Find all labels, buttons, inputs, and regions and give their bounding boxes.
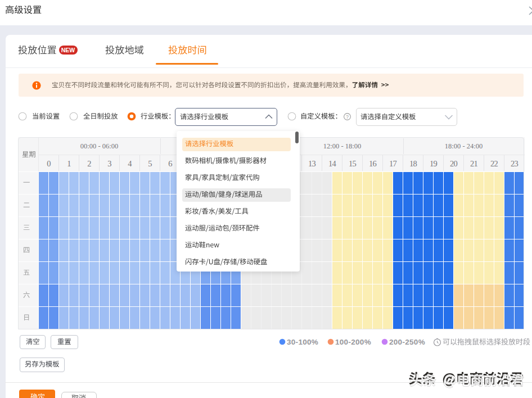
svg-text:?: ?	[346, 114, 349, 119]
